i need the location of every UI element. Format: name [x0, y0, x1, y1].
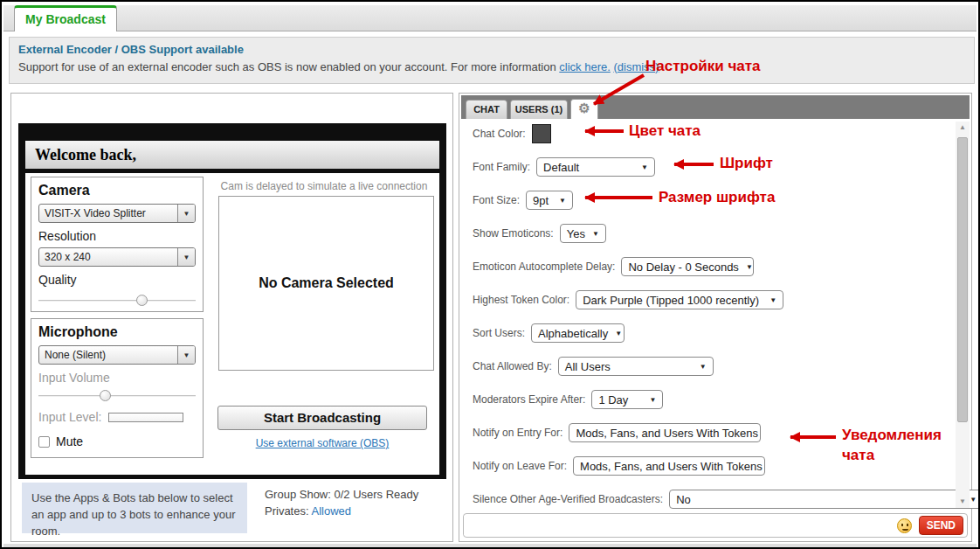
notify-leave-label: Notify on Leave For: [473, 460, 567, 472]
setting-row-emoticon-delay: Emoticon Autocomplete Delay: No Delay - … [473, 256, 754, 277]
chat-tab-bar: CHAT USERS (1) ⚙ [461, 95, 970, 119]
silence-broadcasters-select[interactable]: No▼ [669, 490, 980, 509]
chevron-down-icon: ▼ [700, 363, 707, 371]
camera-preview: No Camera Selected [218, 196, 434, 371]
emoticon-delay-select[interactable]: No Delay - 0 Seconds▼ [621, 257, 754, 276]
moderators-expire-label: Moderators Expire After: [473, 393, 585, 406]
setting-row-font-family: Font Family: Default▼ [473, 156, 655, 177]
chevron-down-icon: ▼ [770, 296, 776, 304]
setting-row-notify-entry: Notify on Entry For: Mods, Fans, and Use… [473, 422, 761, 443]
notice-body: Support for use of an external encoder s… [18, 60, 965, 73]
privates-allowed-link[interactable]: Allowed [311, 504, 351, 518]
camera-title: Camera [38, 183, 196, 198]
gear-icon: ⚙ [578, 101, 590, 115]
annotation-chat-notifications: Уведомления чата [842, 425, 942, 465]
chevron-down-icon: ▼ [177, 346, 195, 364]
scroll-down-icon[interactable]: ▼ [956, 496, 970, 508]
camera-device-value: VISIT-X Video Splitter [39, 205, 177, 222]
chevron-down-icon: ▼ [746, 263, 753, 271]
input-volume-slider[interactable] [38, 389, 196, 402]
chevron-down-icon: ▼ [177, 248, 195, 266]
microphone-device-value: None (Silent) [39, 346, 177, 364]
obs-notice-banner: External Encoder / OBS Support available… [9, 37, 975, 84]
emoticon-icon[interactable] [897, 518, 912, 533]
chat-color-label: Chat Color: [473, 128, 526, 140]
show-emoticons-label: Show Emoticons: [473, 227, 554, 240]
chevron-down-icon: ▼ [559, 197, 566, 205]
setting-row-silence-broadcasters: Silence Other Age-Verified Broadcasters:… [473, 489, 980, 510]
sort-users-label: Sort Users: [473, 327, 525, 339]
show-emoticons-select[interactable]: Yes▼ [560, 224, 606, 243]
chevron-down-icon: ▼ [649, 396, 656, 404]
silence-broadcasters-label: Silence Other Age-Verified Broadcasters: [473, 493, 663, 505]
notice-title: External Encoder / OBS Support available [18, 43, 965, 56]
chevron-down-icon: ▼ [641, 163, 648, 171]
moderators-expire-select[interactable]: 1 Day▼ [591, 390, 663, 409]
chat-allowed-by-select[interactable]: All Users▼ [558, 357, 714, 376]
chat-message-input[interactable] [464, 516, 897, 535]
annotation-chat-color: Цвет чата [629, 122, 700, 140]
annotation-font-size: Размер шрифта [659, 189, 775, 206]
video-area: Welcome back, Camera VISIT-X Video Split… [18, 123, 446, 479]
font-size-select[interactable]: 9pt▼ [526, 191, 573, 210]
setting-row-chat-allowed-by: Chat Allowed By: All Users▼ [473, 356, 714, 377]
top-tab-strip: My Broadcast [3, 5, 977, 31]
scroll-up-icon[interactable]: ▲ [956, 122, 970, 134]
chat-allowed-by-label: Chat Allowed By: [473, 360, 552, 372]
setting-row-moderators-expire: Moderators Expire After: 1 Day▼ [473, 389, 663, 410]
notify-entry-select[interactable]: Mods, Fans, and Users With Tokens▼ [569, 423, 761, 442]
start-broadcasting-button[interactable]: Start Broadcasting [217, 406, 427, 430]
notify-leave-select[interactable]: Mods, Fans, and Users With Tokens▼ [573, 456, 765, 476]
quality-slider-knob[interactable] [136, 295, 148, 306]
font-size-label: Font Size: [473, 194, 520, 206]
broadcast-page: My Broadcast External Encoder / OBS Supp… [0, 0, 980, 549]
send-button[interactable]: SEND [919, 516, 963, 535]
click-here-link[interactable]: click here. [559, 60, 611, 73]
annotation-chat-settings: Настройки чата [645, 58, 761, 75]
external-software-link[interactable]: Use external software (OBS) [256, 437, 390, 449]
chevron-down-icon: ▼ [615, 330, 622, 337]
slider-track [38, 300, 196, 302]
quality-label: Quality [38, 273, 196, 287]
setting-row-show-emoticons: Show Emoticons: Yes▼ [473, 223, 606, 244]
input-level-meter [108, 413, 183, 422]
chat-settings-scrollbar[interactable]: ▲ ▼ [956, 122, 970, 508]
tab-users[interactable]: USERS (1) [510, 100, 568, 119]
font-family-select[interactable]: Default▼ [536, 157, 655, 177]
resolution-select[interactable]: 320 x 240 ▼ [38, 247, 196, 267]
scrollbar-thumb[interactable] [957, 137, 968, 422]
tab-my-broadcast[interactable]: My Broadcast [14, 5, 117, 31]
quality-slider[interactable] [38, 294, 196, 307]
microphone-settings-box: Microphone None (Silent) ▼ Input Volume … [31, 318, 204, 458]
mute-checkbox[interactable] [38, 436, 50, 448]
resolution-value: 320 x 240 [39, 248, 177, 266]
cam-delay-note: Cam is delayed to simulate a live connec… [209, 180, 439, 192]
broadcast-panel: Welcome back, Camera VISIT-X Video Split… [10, 93, 453, 542]
footer-strip [3, 544, 977, 549]
chevron-down-icon: ▼ [592, 230, 599, 238]
welcome-banner: Welcome back, [25, 141, 439, 169]
setting-row-highest-token-color: Highest Token Color: Dark Purple (Tipped… [473, 289, 783, 310]
mute-label: Mute [56, 434, 83, 448]
annotation-font: Шрифт [720, 155, 773, 172]
chat-color-swatch[interactable] [532, 124, 551, 143]
volume-slider-knob[interactable] [100, 390, 111, 401]
camera-device-select[interactable]: VISIT-X Video Splitter ▼ [38, 204, 196, 223]
slider-track [38, 395, 196, 397]
tab-chat-settings[interactable]: ⚙ [570, 99, 598, 119]
no-camera-text: No Camera Selected [259, 275, 394, 291]
notify-entry-label: Notify on Entry For: [473, 427, 562, 439]
chevron-down-icon: ▼ [177, 205, 195, 222]
tab-chat[interactable]: CHAT [466, 100, 507, 119]
chat-input-row: SEND [463, 513, 968, 538]
privates-label: Privates: [265, 504, 309, 518]
setting-row-notify-leave: Notify on Leave For: Mods, Fans, and Use… [473, 455, 765, 476]
microphone-title: Microphone [38, 324, 196, 340]
sort-users-select[interactable]: Alphabetically▼ [531, 323, 625, 343]
highest-token-color-select[interactable]: Dark Purple (Tipped 1000 recently)▼ [576, 290, 783, 309]
highest-token-color-label: Highest Token Color: [473, 294, 569, 306]
group-show-text: Group Show: 0/2 Users Ready [265, 487, 418, 504]
microphone-device-select[interactable]: None (Silent) ▼ [38, 345, 196, 365]
camera-settings-box: Camera VISIT-X Video Splitter ▼ Resoluti… [31, 177, 204, 312]
emoticon-delay-label: Emoticon Autocomplete Delay: [473, 261, 615, 273]
